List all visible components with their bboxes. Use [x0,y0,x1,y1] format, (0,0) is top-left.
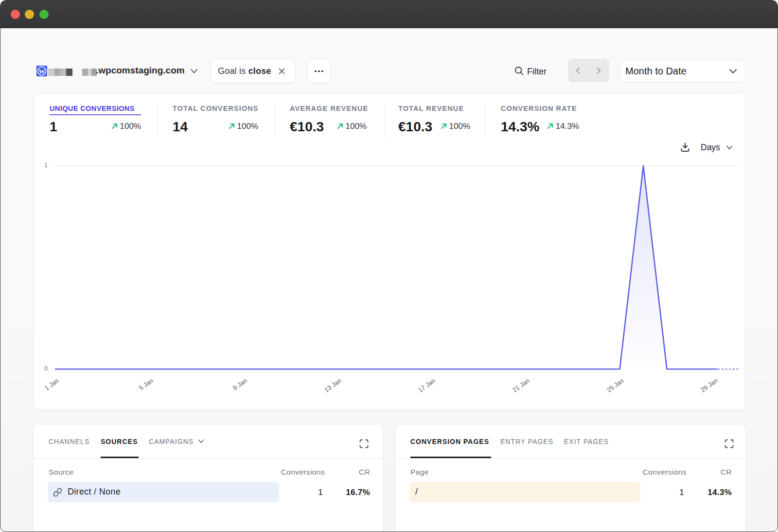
svg-text:W: W [38,68,45,75]
